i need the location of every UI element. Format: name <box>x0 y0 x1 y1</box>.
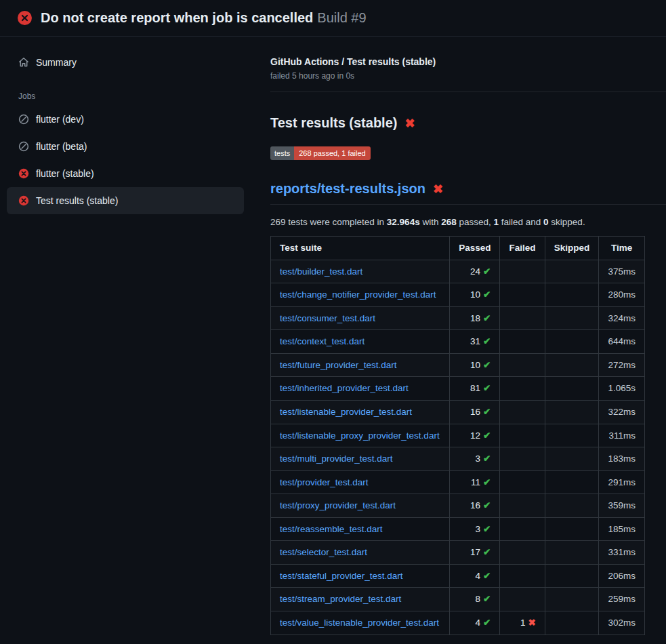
test-summary-sentence: 269 tests were completed in 32.964s with… <box>270 217 645 227</box>
x-circle-fill-icon <box>18 168 29 179</box>
suite-link[interactable]: test/listenable_provider_test.dart <box>280 407 412 417</box>
failed-cell: ✖ <box>500 283 545 307</box>
passed-cell: 4✔ <box>450 564 500 588</box>
x-circle-fill-icon <box>18 195 29 206</box>
sidebar-item-flutter-beta[interactable]: flutter (beta) <box>7 133 244 160</box>
suite-cell: test/stream_provider_test.dart <box>271 588 450 611</box>
suite-cell: test/proxy_provider_test.dart <box>271 494 450 518</box>
time-cell: 259ms <box>599 588 645 611</box>
skipped-cell <box>545 517 599 541</box>
suite-link[interactable]: test/stream_provider_test.dart <box>280 594 401 604</box>
check-icon: ✔ <box>483 360 491 370</box>
suite-cell: test/future_provider_test.dart <box>271 353 450 377</box>
table-row: test/multi_provider_test.dart 3✔ ✖ 183ms <box>271 447 645 471</box>
table-row: test/stateful_provider_test.dart 4✔ ✖ 20… <box>271 564 645 588</box>
passed-count: 12 <box>470 430 480 441</box>
suite-link[interactable]: test/value_listenable_provider_test.dart <box>280 618 439 628</box>
time-cell: 280ms <box>599 283 645 307</box>
suite-link[interactable]: test/inherited_provider_test.dart <box>280 383 409 393</box>
badge-label: tests <box>270 146 294 160</box>
divider <box>270 92 666 92</box>
failed-cell: ✖ <box>500 588 545 611</box>
skipped-cell <box>545 400 599 424</box>
passed-count: 24 <box>470 266 480 277</box>
summary-failed-count: 1 <box>494 217 499 227</box>
failed-cell: ✖ <box>500 260 545 283</box>
suite-cell: test/listenable_provider_test.dart <box>271 400 450 424</box>
skipped-cell <box>545 564 599 588</box>
table-row: test/value_listenable_provider_test.dart… <box>271 611 645 635</box>
passed-count: 18 <box>470 313 480 323</box>
passed-cell: 24✔ <box>450 260 500 283</box>
table-row: test/inherited_provider_test.dart 81✔ ✖ … <box>271 377 645 401</box>
suite-link[interactable]: test/provider_test.dart <box>280 477 369 487</box>
failed-cell: ✖ <box>500 494 545 518</box>
passed-cell: 3✔ <box>450 447 500 471</box>
column-header-time: Time <box>599 237 645 260</box>
table-row: test/reassemble_test.dart 3✔ ✖ 185ms <box>271 517 645 541</box>
passed-count: 3 <box>476 524 481 534</box>
skipped-cell <box>545 377 599 401</box>
suite-link[interactable]: test/reassemble_test.dart <box>280 524 383 534</box>
skipped-cell <box>545 611 599 635</box>
check-icon: ✔ <box>483 313 491 323</box>
suite-link[interactable]: test/selector_test.dart <box>280 547 367 557</box>
passed-cell: 3✔ <box>450 517 500 541</box>
time-cell: 324ms <box>599 306 645 330</box>
sidebar-item-flutter-stable[interactable]: flutter (stable) <box>7 160 244 187</box>
report-file-link[interactable]: reports/test-results.json <box>270 181 425 197</box>
failed-cell: ✖ <box>500 470 545 494</box>
suite-cell: test/selector_test.dart <box>271 541 450 565</box>
table-row: test/consumer_test.dart 18✔ ✖ 324ms <box>271 306 645 330</box>
table-row: test/selector_test.dart 17✔ ✖ 331ms <box>271 541 645 565</box>
badge-value: 268 passed, 1 failed <box>294 146 370 160</box>
table-row: test/listenable_provider_test.dart 16✔ ✖… <box>271 400 645 424</box>
passed-cell: 17✔ <box>450 541 500 565</box>
check-icon: ✔ <box>483 500 491 510</box>
passed-count: 4 <box>476 571 481 581</box>
passed-count: 16 <box>470 407 480 417</box>
summary-text: with <box>420 217 442 227</box>
suite-link[interactable]: test/proxy_provider_test.dart <box>280 500 396 510</box>
skipped-cell <box>545 260 599 283</box>
suite-link[interactable]: test/change_notifier_provider_test.dart <box>280 289 436 300</box>
sidebar-item-test-results-stable[interactable]: Test results (stable) <box>7 187 244 214</box>
table-row: test/builder_test.dart 24✔ ✖ 375ms <box>271 260 645 283</box>
summary-text: failed and <box>499 217 543 227</box>
breadcrumb: GitHub Actions / Test results (stable) <box>270 56 645 67</box>
time-cell: 272ms <box>599 353 645 377</box>
suite-link[interactable]: test/future_provider_test.dart <box>280 360 397 370</box>
time-cell: 359ms <box>599 494 645 518</box>
suite-link[interactable]: test/context_test.dart <box>280 336 365 346</box>
check-icon: ✔ <box>483 571 491 581</box>
failed-cell: ✖ <box>500 541 545 565</box>
summary-skipped-count: 0 <box>543 217 549 227</box>
time-cell: 185ms <box>599 517 645 541</box>
check-icon: ✔ <box>483 407 491 417</box>
suite-cell: test/inherited_provider_test.dart <box>271 377 450 401</box>
skipped-cell <box>545 447 599 471</box>
table-row: test/change_notifier_provider_test.dart … <box>271 283 645 307</box>
suite-cell: test/value_listenable_provider_test.dart <box>271 611 450 635</box>
suite-cell: test/context_test.dart <box>271 330 450 354</box>
time-cell: 311ms <box>599 424 645 447</box>
test-results-table: Test suite Passed Failed Skipped Time te… <box>270 236 645 635</box>
sidebar-item-summary[interactable]: Summary <box>7 49 244 76</box>
suite-link[interactable]: test/listenable_proxy_provider_test.dart <box>280 430 440 441</box>
passed-cell: 10✔ <box>450 353 500 377</box>
summary-text: skipped. <box>549 217 585 227</box>
tests-status-badge: tests 268 passed, 1 failed <box>270 146 371 160</box>
suite-link[interactable]: test/stateful_provider_test.dart <box>280 571 403 581</box>
table-row: test/listenable_proxy_provider_test.dart… <box>271 424 645 447</box>
suite-link[interactable]: test/multi_provider_test.dart <box>280 454 393 464</box>
passed-count: 11 <box>471 477 480 487</box>
table-header-row: Test suite Passed Failed Skipped Time <box>271 237 645 260</box>
suite-link[interactable]: test/builder_test.dart <box>280 266 362 277</box>
sidebar-item-flutter-dev[interactable]: flutter (dev) <box>7 106 244 133</box>
time-cell: 644ms <box>599 330 645 354</box>
home-icon <box>18 57 29 68</box>
section-heading: Test results (stable) ✖ <box>270 115 645 131</box>
suite-link[interactable]: test/consumer_test.dart <box>280 313 375 323</box>
failed-cell: ✖ <box>500 564 545 588</box>
time-cell: 291ms <box>599 470 645 494</box>
